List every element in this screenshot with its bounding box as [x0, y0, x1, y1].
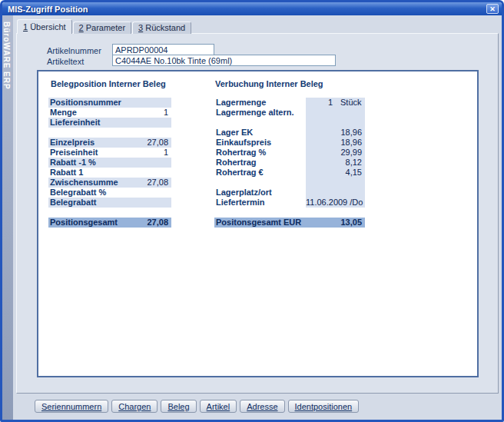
- brand-logo-text: BüroWARE ERP: [2, 15, 11, 90]
- artikel-button[interactable]: Artikel: [200, 400, 237, 413]
- panel-row: Menge1: [48, 108, 171, 118]
- row-label: Einzelpreis: [48, 138, 130, 148]
- row-value-cell: [306, 178, 365, 188]
- panel-row: Liefertermin11.06.2009 /Do: [214, 198, 365, 208]
- row-value: 1: [306, 98, 336, 108]
- tab-accel-key: 1: [23, 22, 28, 32]
- row-label: Rabatt -1 %: [48, 158, 130, 168]
- row-value-cell: 1: [130, 148, 171, 158]
- row-value: [130, 188, 171, 198]
- row-value-cell: 13,05: [306, 218, 365, 228]
- tab-parameter[interactable]: 2Parameter: [73, 22, 131, 34]
- row-label: Lagermenge: [214, 98, 306, 108]
- artikelnummer-input[interactable]: [112, 44, 214, 55]
- panel-row: Positionsgesamt27,08: [48, 218, 171, 228]
- artikeltext-input[interactable]: [112, 55, 336, 66]
- tab-bar: 1Übersicht2Parameter3Rückstand: [17, 19, 192, 34]
- tab-label: Übersicht: [30, 22, 65, 32]
- row-value-cell: [130, 188, 171, 198]
- row-value-cell: [306, 188, 365, 198]
- row-value-cell: 1: [130, 108, 171, 118]
- row-value: [306, 108, 365, 118]
- panel-row: Rohertrag %29,99: [214, 148, 365, 158]
- row-value-cell: [130, 118, 171, 128]
- row-value: [130, 128, 171, 138]
- tab-label: Rückstand: [145, 23, 185, 32]
- row-value: 27,08: [130, 138, 171, 148]
- row-label: Preiseinheit: [48, 148, 130, 158]
- row-label: [48, 208, 130, 218]
- row-label: Positonsgesamt EUR: [214, 218, 306, 228]
- row-label: [214, 178, 306, 188]
- panel-row: [214, 208, 365, 218]
- row-value: [306, 178, 365, 188]
- tab-rueckstand[interactable]: 3Rückstand: [132, 22, 191, 34]
- row-value-cell: [130, 98, 171, 108]
- row-value: [130, 98, 171, 108]
- row-label: Belegrabatt %: [48, 188, 130, 198]
- row-label: Rohertrag: [214, 158, 306, 168]
- row-label: Liefereinheit: [48, 118, 130, 128]
- position-detail-panel: Belegposition Interner Beleg Verbuchung …: [37, 70, 479, 377]
- panel-row: [214, 178, 365, 188]
- tab-accel-key: 2: [79, 23, 84, 32]
- row-value: 8,12: [306, 158, 365, 168]
- row-label: Zwischensumme: [48, 178, 130, 188]
- beleg-button[interactable]: Beleg: [161, 400, 196, 413]
- panel-row: Rohertrag €4,15: [214, 168, 365, 178]
- tab-label: Parameter: [86, 23, 125, 32]
- panel-row: Belegrabatt %: [48, 188, 171, 198]
- panel-row: Lagermenge altern.: [214, 108, 365, 118]
- panel-row: [48, 208, 171, 218]
- row-value-cell: [130, 128, 171, 138]
- panel-row: Belegrabatt: [48, 198, 171, 208]
- verbuchung-rows: Lagermenge1StückLagermenge altern.Lager …: [214, 98, 365, 228]
- row-value: 11.06.2009 /Do: [306, 198, 366, 208]
- row-value: [306, 188, 365, 198]
- row-value-cell: [306, 108, 365, 118]
- row-unit: Stück: [336, 98, 365, 108]
- row-label: Rohertrag €: [214, 168, 306, 178]
- panel-row: Preiseinheit1: [48, 148, 171, 158]
- row-label: [214, 208, 306, 218]
- tab-uebersicht[interactable]: 1Übersicht: [17, 19, 72, 34]
- row-value-cell: 27,08: [130, 178, 171, 188]
- row-value-cell: 8,12: [306, 158, 365, 168]
- panel-row: Positionsnummer: [48, 98, 171, 108]
- panel-row: Liefereinheit: [48, 118, 171, 128]
- row-label: Liefertermin: [214, 198, 306, 208]
- row-value-cell: 18,96: [306, 128, 365, 138]
- row-value: 27,08: [130, 178, 171, 188]
- tab-page-uebersicht: Artikelnummer Artikeltext Belegposition …: [16, 33, 499, 394]
- identpositionen-button[interactable]: Identpositionen: [288, 400, 360, 413]
- row-value-cell: 27,08: [130, 218, 171, 228]
- panel-row: Einkaufspreis18,96: [214, 138, 365, 148]
- panel-row: Rohertrag8,12: [214, 158, 365, 168]
- adresse-button[interactable]: Adresse: [240, 400, 284, 413]
- row-value: [306, 208, 365, 218]
- panel-row: Lagerplatz/ort: [214, 188, 365, 198]
- right-section-title: Verbuchung Interner Beleg: [215, 79, 323, 88]
- close-button[interactable]: ✕: [486, 4, 499, 14]
- row-value: 1: [130, 108, 171, 118]
- seriennummern-button[interactable]: Seriennummern: [35, 400, 108, 413]
- tab-accel-key: 3: [138, 23, 143, 32]
- row-label: Rabatt 1: [48, 168, 130, 178]
- panel-row: Zwischensumme27,08: [48, 178, 171, 188]
- row-value: [130, 208, 171, 218]
- brand-strip: BüroWARE ERP: [2, 15, 13, 420]
- row-value: 29,99: [306, 148, 365, 158]
- app-window: MIS-Zugriff Position ✕ BüroWARE ERP 1Übe…: [0, 0, 504, 422]
- row-label: Positionsgesamt: [48, 218, 130, 228]
- row-value: 18,96: [306, 128, 365, 138]
- row-label: [214, 118, 306, 128]
- row-value: [306, 118, 365, 128]
- window-title: MIS-Zugriff Position: [2, 5, 486, 14]
- row-value: [130, 158, 171, 168]
- row-value-cell: 1Stück: [306, 98, 365, 108]
- row-value: 4,15: [306, 168, 365, 178]
- row-value: [130, 168, 171, 178]
- panel-row: Positonsgesamt EUR13,05: [214, 218, 365, 228]
- chargen-button[interactable]: Chargen: [111, 400, 158, 413]
- window-titlebar: MIS-Zugriff Position ✕: [2, 2, 502, 15]
